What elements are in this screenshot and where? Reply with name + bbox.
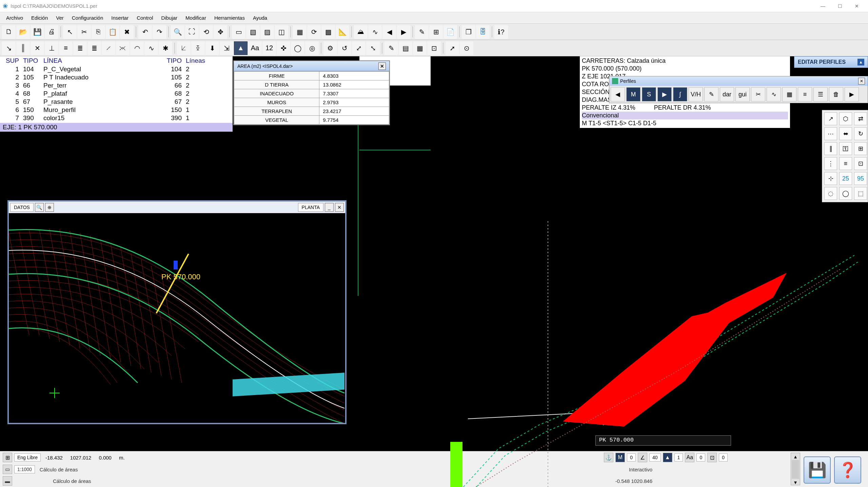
report-icon[interactable]: 📄 (443, 25, 457, 39)
zoom-previous-icon[interactable]: ⟲ (199, 25, 213, 39)
tool-collapse-icon[interactable]: ⤡ (366, 41, 380, 55)
delete-icon[interactable]: ✖ (120, 25, 134, 39)
side-tool-2-icon[interactable]: ⬡ (839, 112, 852, 125)
layers-icon[interactable]: ▦ (293, 25, 307, 39)
cut-icon[interactable]: ✂ (77, 25, 91, 39)
tool-refresh2-icon[interactable]: ↺ (338, 41, 351, 55)
minimize-button[interactable]: — (814, 1, 831, 11)
perfiles-next-icon[interactable]: ▶ (845, 87, 859, 101)
snap-cross-icon[interactable]: ✕ (31, 41, 44, 55)
side-tool-8-icon[interactable]: ⚿ (839, 142, 852, 155)
database-icon[interactable]: 🗄 (476, 25, 490, 39)
menu-control[interactable]: Control (133, 13, 157, 23)
tool-c-icon[interactable]: ⬇ (205, 41, 219, 55)
new-icon[interactable]: 🗋 (2, 25, 16, 39)
side-tool-18-icon[interactable]: ⬚ (854, 187, 867, 200)
planta-canvas[interactable]: PK 570.000 (9, 213, 345, 423)
align-center-icon[interactable]: ≣ (73, 41, 87, 55)
align-left-icon[interactable]: ≡ (59, 41, 73, 55)
area-close-icon[interactable]: ✕ (378, 62, 386, 70)
side-tool-13-icon[interactable]: ⊹ (824, 172, 837, 185)
profile-view-icon[interactable]: ▧ (246, 25, 260, 39)
side-tool-11-icon[interactable]: ≡ (839, 157, 852, 170)
status-icon-2[interactable]: ▭ (3, 465, 12, 474)
3d-view-icon[interactable]: ◫ (275, 25, 288, 39)
arrow-right-icon[interactable]: ▶ (397, 25, 410, 39)
side-tool-3-icon[interactable]: ⇄ (854, 112, 867, 125)
menu-ver[interactable]: Ver (52, 13, 68, 23)
undo-icon[interactable]: ↶ (138, 25, 152, 39)
tool-a-icon[interactable]: ⟀ (177, 41, 191, 55)
perfiles-layers-icon[interactable]: ≡ (798, 87, 812, 101)
tool-triangle-icon[interactable]: ▲ (234, 41, 248, 55)
zoom-extents-icon[interactable]: ⛶ (185, 25, 199, 39)
perfiles-close-icon[interactable]: ✕ (858, 78, 865, 85)
tool-circle-icon[interactable]: ◯ (291, 41, 304, 55)
layer-row[interactable]: 7390color153901 (0, 114, 233, 122)
perfiles-dar-icon[interactable]: dar (720, 87, 734, 101)
redo-icon[interactable]: ↷ (153, 25, 166, 39)
open-icon[interactable]: 📂 (16, 25, 30, 39)
perfiles-vh-icon[interactable]: V/H (689, 87, 703, 101)
alignment-icon[interactable]: ∿ (368, 25, 382, 39)
save-icon[interactable]: 💾 (31, 25, 44, 39)
polyline-icon[interactable]: ⩙ (116, 41, 130, 55)
tool-gear-icon[interactable]: ⚙ (323, 41, 337, 55)
pan-icon[interactable]: ✥ (214, 25, 227, 39)
grid-icon[interactable]: ▩ (321, 25, 335, 39)
tool-edit-icon[interactable]: ✎ (384, 41, 398, 55)
perfiles-s-icon[interactable]: S (642, 87, 656, 101)
layer-row[interactable]: 2105P T Inadecuado1052 (0, 73, 233, 81)
tool-number-icon[interactable]: 12 (262, 41, 276, 55)
side-tool-5-icon[interactable]: ⬌ (839, 127, 852, 140)
status-scale[interactable]: 1:1000 (14, 465, 35, 473)
copy-icon[interactable]: ⎘ (92, 25, 105, 39)
maximize-button[interactable]: ☐ (831, 1, 848, 11)
tool-grid2-icon[interactable]: ▦ (413, 41, 427, 55)
cursor-icon[interactable]: ↖ (63, 25, 77, 39)
arrow-left-icon[interactable]: ◀ (382, 25, 396, 39)
status-eng[interactable]: Eng Libre (14, 453, 41, 462)
plan-view-icon[interactable]: ▭ (232, 25, 245, 39)
text-icon[interactable]: Aa (248, 41, 262, 55)
planta-zoom-icon[interactable]: 🔍 (35, 203, 44, 212)
terrain-icon[interactable]: ⛰ (354, 25, 368, 39)
datos-button[interactable]: DATOS (10, 203, 34, 212)
window-icon[interactable]: ❐ (462, 25, 475, 39)
perfiles-prev-icon[interactable]: ◀ (611, 87, 625, 101)
align-right-icon[interactable]: ≣ (87, 41, 101, 55)
tool-d-icon[interactable]: ⇲ (220, 41, 233, 55)
planta-close-icon[interactable]: ✕ (335, 203, 344, 212)
table-icon[interactable]: ⊞ (429, 25, 443, 39)
section-view-icon[interactable]: ▨ (260, 25, 274, 39)
side-tool-9-icon[interactable]: ⊞ (854, 142, 867, 155)
layer-row[interactable]: 366Per_terr662 (0, 81, 233, 90)
side-tool-16-icon[interactable]: ◌ (824, 187, 837, 200)
snap-mid-icon[interactable]: ║ (16, 41, 30, 55)
snap-perp-icon[interactable]: ⊥ (45, 41, 58, 55)
perfiles-p-icon[interactable]: ▶ (657, 87, 672, 101)
measure-icon[interactable]: 📐 (336, 25, 349, 39)
status-icon-3[interactable]: ▬ (3, 476, 12, 486)
tool-match-icon[interactable]: ⊡ (427, 41, 441, 55)
tool-target-icon[interactable]: ◎ (305, 41, 319, 55)
menu-edicion[interactable]: Edición (27, 13, 52, 23)
collapse-icon[interactable]: ▲ (857, 59, 864, 65)
tool-dot-icon[interactable]: ⊙ (460, 41, 473, 55)
perfiles-gui-icon[interactable]: gui (735, 87, 750, 101)
planta-globe-icon[interactable]: ⊕ (45, 203, 54, 212)
perfiles-cut-icon[interactable]: ✂ (751, 87, 765, 101)
perfiles-trash-icon[interactable]: 🗑 (829, 87, 843, 101)
tool-compass-icon[interactable]: ✜ (277, 41, 290, 55)
menu-insertar[interactable]: Insertar (107, 13, 133, 23)
print-icon[interactable]: 🖨 (45, 25, 58, 39)
perfiles-f-icon[interactable]: ∫ (673, 87, 687, 101)
zoom-window-icon[interactable]: 🔍 (171, 25, 184, 39)
menu-archivo[interactable]: Archivo (2, 13, 27, 23)
planta-min-icon[interactable]: _ (325, 203, 334, 212)
side-tool-4-icon[interactable]: ⋯ (824, 127, 837, 140)
tool-layers2-icon[interactable]: ▤ (399, 41, 412, 55)
menu-dibujar[interactable]: Dibujar (157, 13, 182, 23)
side-tool-10-icon[interactable]: ⋮ (824, 157, 837, 170)
tool-b-icon[interactable]: ⧰ (191, 41, 205, 55)
